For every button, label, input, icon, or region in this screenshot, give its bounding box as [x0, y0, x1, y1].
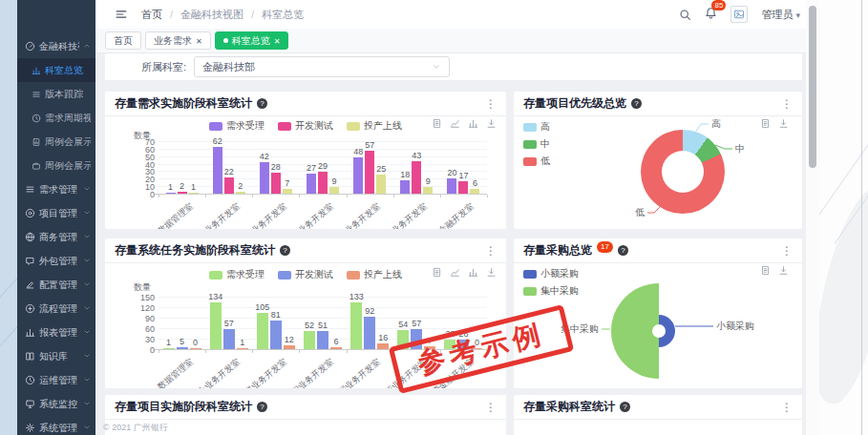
bar-开发测试[interactable] [365, 151, 374, 194]
more-menu-icon[interactable] [485, 97, 497, 111]
line-chart-icon[interactable] [450, 118, 460, 129]
user-menu[interactable]: 管理员 [761, 8, 800, 22]
bar-开发测试[interactable] [364, 317, 375, 349]
help-icon[interactable] [257, 98, 267, 109]
bar-投产上线[interactable] [283, 189, 292, 195]
bar-需求受理[interactable] [353, 157, 363, 194]
bar-需求受理[interactable] [257, 313, 268, 350]
legend-item[interactable]: 低 [523, 155, 550, 168]
bar-开发测试[interactable] [317, 331, 328, 349]
bar-开发测试[interactable] [178, 192, 187, 194]
bar-投产上线[interactable] [329, 187, 339, 194]
download-icon[interactable] [486, 118, 497, 129]
bar-投产上线[interactable] [470, 189, 479, 194]
legend-item[interactable]: 集中采购 [523, 284, 579, 298]
bar-投产上线[interactable] [423, 187, 433, 194]
bar-需求受理[interactable] [304, 331, 315, 349]
breadcrumb-item-1[interactable]: 金融科技视图 [162, 8, 243, 22]
bar-需求受理[interactable] [163, 348, 175, 350]
tab-1[interactable]: 业务需求 [145, 31, 211, 50]
download-icon[interactable] [486, 267, 497, 278]
tab-close-icon[interactable] [274, 35, 281, 46]
bar-开发测试[interactable] [177, 347, 188, 349]
bar-需求受理[interactable] [210, 302, 222, 349]
notifications-button[interactable]: 85 [705, 6, 717, 23]
sidebar-group-1[interactable]: 需求管理 [17, 177, 95, 201]
sidebar-group-5[interactable]: 配置管理 [17, 273, 95, 297]
bar-需求受理[interactable] [400, 180, 410, 194]
bar-chart-icon[interactable] [468, 267, 478, 278]
bar-开发测试[interactable] [412, 161, 421, 194]
sidebar-group-3[interactable]: 商务管理 [17, 225, 95, 249]
bar-投产上线[interactable] [190, 348, 201, 349]
bar-需求受理[interactable] [307, 174, 316, 194]
breadcrumb-item-2[interactable]: 科室总览 [243, 8, 304, 22]
download-icon[interactable] [778, 265, 789, 276]
more-menu-icon[interactable] [781, 244, 793, 258]
sidebar-group-10[interactable]: 系统监控 [17, 392, 95, 416]
help-icon[interactable] [631, 98, 642, 109]
line-chart-icon[interactable] [450, 267, 460, 278]
bar-开发测试[interactable] [458, 181, 468, 194]
more-menu-icon[interactable] [781, 97, 793, 111]
sidebar-group-8[interactable]: 知识库 [17, 344, 95, 368]
bar-投产上线[interactable] [330, 347, 342, 349]
search-icon[interactable] [679, 9, 691, 21]
legend-item[interactable]: 中 [523, 137, 550, 151]
tab-close-icon[interactable] [196, 35, 202, 46]
sidebar-group-4[interactable]: 外包管理 [17, 249, 95, 273]
more-menu-icon[interactable] [781, 401, 793, 414]
sidebar-group-9[interactable]: 运维管理 [17, 368, 95, 392]
bar-开发测试[interactable] [271, 173, 281, 194]
tab-2[interactable]: 科室总览 [215, 31, 289, 50]
legend-item[interactable]: 需求受理 [209, 268, 265, 281]
data-view-icon[interactable] [432, 118, 442, 129]
bar-开发测试[interactable] [223, 329, 235, 349]
sidebar-item-0-1[interactable]: 版本跟踪 [17, 82, 95, 106]
data-view-icon[interactable] [432, 267, 442, 278]
legend-item[interactable]: 开发测试 [278, 268, 333, 281]
bar-需求受理[interactable] [213, 147, 222, 194]
sidebar-group-6[interactable]: 流程管理 [17, 297, 95, 321]
bar-开发测试[interactable] [270, 321, 282, 349]
bar-需求受理[interactable] [350, 302, 362, 349]
avatar[interactable] [730, 6, 748, 23]
data-view-icon[interactable] [760, 118, 771, 129]
help-icon[interactable] [280, 245, 290, 256]
help-icon[interactable] [257, 402, 267, 412]
scrollbar-thumb[interactable] [809, 6, 816, 168]
help-icon[interactable] [618, 245, 628, 256]
legend-item[interactable]: 需求受理 [209, 119, 265, 133]
bar-需求受理[interactable] [166, 193, 176, 195]
sidebar-item-0-2[interactable]: 需求周期视图 [17, 106, 95, 130]
bar-需求受理[interactable] [447, 178, 456, 194]
sidebar-group-11[interactable]: 系统管理 [17, 416, 95, 435]
bar-开发测试[interactable] [318, 172, 328, 194]
department-select[interactable]: 金融科技部 [194, 56, 450, 77]
sidebar-group-2[interactable]: 项目管理 [17, 201, 95, 225]
legend-item[interactable]: 投产上线 [347, 268, 402, 281]
bar-chart-icon[interactable] [468, 118, 478, 129]
sidebar-group-0[interactable]: 金融科技视图 [17, 34, 95, 58]
bar-需求受理[interactable] [260, 162, 269, 194]
sidebar-item-0-4[interactable]: 周例会展示报表-采购 [17, 154, 95, 177]
bar-投产上线[interactable] [237, 348, 248, 350]
sidebar-group-7[interactable]: 报表管理 [17, 321, 95, 344]
collapse-menu-icon[interactable] [115, 8, 128, 21]
bar-投产上线[interactable] [377, 343, 389, 349]
bar-投产上线[interactable] [189, 193, 199, 195]
legend-item[interactable]: 小额采购 [523, 267, 579, 280]
legend-item[interactable]: 高 [523, 120, 550, 134]
bar-开发测试[interactable] [224, 177, 234, 194]
bar-投产上线[interactable] [236, 192, 245, 194]
legend-item[interactable]: 开发测试 [278, 119, 333, 133]
bar-投产上线[interactable] [376, 175, 386, 194]
sidebar-item-0-0[interactable]: 科室总览 [17, 58, 95, 82]
breadcrumb-item-0[interactable]: 首页 [141, 8, 162, 22]
more-menu-icon[interactable] [485, 401, 497, 414]
data-view-icon[interactable] [760, 265, 771, 276]
download-icon[interactable] [778, 118, 789, 129]
help-icon[interactable] [620, 402, 630, 412]
more-menu-icon[interactable] [485, 244, 497, 258]
sidebar-item-0-3[interactable]: 周例会展示报表-项目 [17, 130, 95, 154]
